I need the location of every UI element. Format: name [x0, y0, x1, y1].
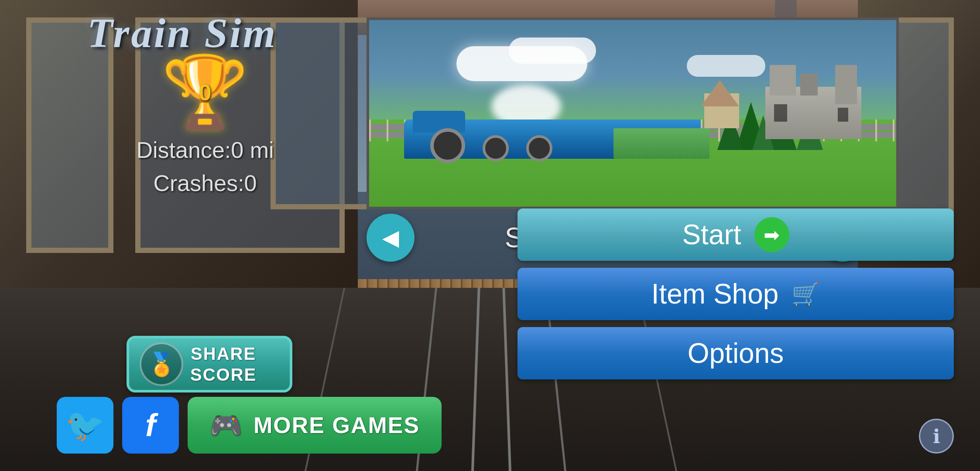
start-button[interactable]: Start ➡	[517, 208, 954, 261]
train-cab	[413, 111, 465, 133]
share-score-button[interactable]: 🏅 SHARE SCORE	[127, 336, 292, 392]
trophy-container: 🏆 0	[161, 57, 249, 126]
cart-icon: 🛒	[792, 281, 820, 307]
bottom-buttons: 🐦 f 🎮 MORE GAMES	[57, 397, 442, 454]
wheel-1	[430, 128, 465, 163]
wheel-3	[526, 135, 552, 161]
preview-scene	[369, 20, 896, 207]
facebook-button[interactable]: f	[122, 397, 179, 454]
item-shop-label: Item Shop	[651, 278, 779, 310]
start-label: Start	[682, 218, 741, 251]
roof-1	[701, 80, 739, 106]
castle-ruins	[765, 65, 861, 139]
action-buttons-panel: Start ➡ Item Shop 🛒 Options	[517, 208, 954, 379]
cloud-3	[687, 55, 765, 77]
trophy-count: 0	[199, 79, 212, 106]
info-button[interactable]: ℹ	[919, 419, 954, 454]
facebook-icon: f	[145, 407, 156, 443]
crashes-stat: Crashes:0	[131, 170, 279, 196]
twitter-button[interactable]: 🐦	[57, 397, 113, 454]
podium-icon: 🏅	[147, 351, 176, 378]
twitter-icon: 🐦	[65, 407, 105, 444]
trophy-area: 🏆 0 Distance:0 mi Crashes:0	[131, 57, 279, 196]
game-title: Train Sim	[87, 9, 277, 57]
more-games-label: MORE GAMES	[254, 412, 420, 438]
info-icon: ℹ	[933, 425, 940, 447]
item-shop-button[interactable]: Item Shop 🛒	[517, 268, 954, 320]
wheel-2	[483, 135, 509, 161]
train-preview	[367, 17, 899, 209]
options-label: Options	[688, 337, 784, 369]
train-car	[613, 128, 709, 159]
share-score-text: SHARE SCORE	[190, 343, 257, 385]
more-games-button[interactable]: 🎮 MORE GAMES	[188, 397, 442, 454]
cloud-2	[509, 38, 596, 64]
distance-stat: Distance:0 mi	[131, 137, 279, 163]
prev-arrow-icon: ◀	[382, 225, 399, 250]
options-button[interactable]: Options	[517, 327, 954, 379]
share-score-icon: 🏅	[140, 342, 183, 386]
start-arrow-icon: ➡	[754, 217, 789, 252]
prev-location-button[interactable]: ◀	[367, 214, 415, 262]
gamepad-icon: 🎮	[209, 410, 243, 441]
train-locomotive	[404, 111, 709, 159]
